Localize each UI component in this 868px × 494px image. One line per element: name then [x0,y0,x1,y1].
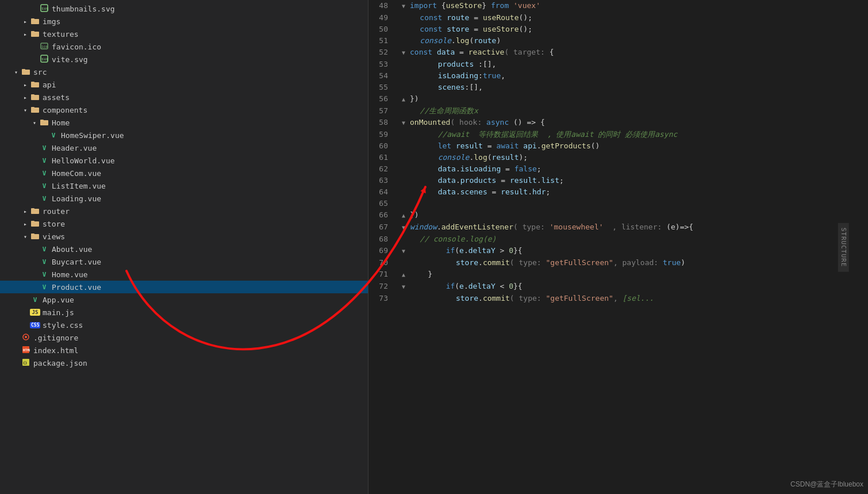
prop-token: data [438,164,456,173]
fold-icon[interactable]: ▲ [402,210,409,221]
tree-arrow[interactable]: ▸ [21,208,30,215]
sidebar-item-assets[interactable]: ▸assets [0,91,368,104]
vue-icon: V [39,258,49,266]
str-token: "getFullScreen" [546,294,613,302]
vue-icon: V [39,157,49,164]
fold-icon[interactable]: ▲ [402,269,409,281]
vue-icon: V [39,170,49,177]
sidebar-item-packagejson[interactable]: {}package.json [0,357,368,369]
sidebar-item-src[interactable]: ▾src [0,66,368,78]
sidebar-item-stylecss[interactable]: CSSstyle.css [0,319,368,331]
line-content: data.isLoading = false; [397,163,868,175]
sidebar-item-header[interactable]: VHeader.vue [0,141,368,154]
sidebar-item-buycart[interactable]: VBuycart.vue [0,255,368,268]
kw-token: await [496,141,519,150]
line-number: 68 [368,233,397,245]
line-number: 67 [368,221,397,233]
sidebar-item-api[interactable]: ▸api [0,78,368,91]
line-number: 56 [368,93,397,105]
folder-icon [30,81,40,89]
line-content: ▼onMounted( hook: async () => { [397,117,868,129]
tree-arrow[interactable]: ▾ [11,69,21,75]
code-line: 58▼onMounted( hook: async () => { [368,117,868,129]
structure-tab: STRUCTURE [838,223,849,271]
sidebar-item-homeswiper[interactable]: VHomeSwiper.vue [0,129,368,141]
tree-arrow[interactable]: ▸ [21,82,30,88]
sidebar-item-imgs[interactable]: ▸imgs [0,15,368,28]
line-number: 65 [368,198,397,209]
sidebar-item-gitignore[interactable]: .gitignore [0,331,368,344]
line-content: data.scenes = result.hdr; [397,186,868,198]
str-token: 'vuex' [513,1,540,10]
fn-token: commit [483,294,510,302]
line-number: 53 [368,59,397,70]
code-editor[interactable]: 48▼import {useStore} from 'vuex'49 const… [368,0,868,494]
line-content: ▲ } [397,269,868,281]
line-content: ▼window.addEventListener( type: 'mousewh… [397,221,868,233]
kw-token: true [663,258,681,267]
sidebar-item-homevue[interactable]: VHome.vue [0,268,368,281]
kw-token: true [483,71,501,80]
tree-arrow[interactable]: ▾ [30,120,39,126]
sidebar-item-homecom[interactable]: VHomeCom.vue [0,167,368,179]
vue-icon: V [39,271,49,278]
vue-icon: V [48,132,59,139]
code-line: 65 [368,198,868,209]
sidebar-item-favicon[interactable]: icofavicon.ico [0,40,368,53]
fold-icon[interactable]: ▼ [402,1,409,12]
sidebar-item-about[interactable]: VAbout.vue [0,243,368,255]
sidebar-item-router[interactable]: ▸router [0,205,368,217]
vue-icon: V [39,246,49,253]
fold-icon[interactable]: ▼ [402,117,409,129]
op-token: } [482,1,491,10]
file-explorer[interactable]: svgthumbnails.svg▸imgs▸texturesicofavico… [0,0,368,494]
sidebar-item-views[interactable]: ▾views [0,230,368,243]
file-label: package.json [33,359,368,367]
sidebar-item-appvue[interactable]: VApp.vue [0,293,368,306]
sidebar-item-mainjs[interactable]: JSmain.js [0,306,368,319]
sidebar-item-textures[interactable]: ▸textures [0,28,368,40]
tree-arrow[interactable]: ▸ [21,94,30,101]
sidebar-item-components[interactable]: ▾components [0,104,368,116]
op-token: { [437,1,446,10]
svg-text:{}: {} [23,361,28,365]
var-token: store [456,258,478,267]
fold-icon[interactable]: ▼ [402,246,409,257]
tree-arrow[interactable]: ▸ [21,31,30,37]
fold-icon[interactable]: ▲ [402,94,409,105]
var-token: result [510,176,537,185]
folder-icon [21,68,31,76]
sidebar-item-product[interactable]: VProduct.vue [0,281,368,293]
fold-icon[interactable]: ▼ [402,47,409,59]
file-label: Home [52,118,368,127]
sidebar-item-thumbnails[interactable]: svgthumbnails.svg [0,2,368,15]
code-line: 50 const store = useStore(); [368,24,868,35]
fold-icon[interactable]: ▼ [402,222,409,233]
line-number: 54 [368,70,397,82]
var-token: api [523,141,536,150]
tree-arrow[interactable]: ▾ [21,233,30,240]
sidebar-item-store[interactable]: ▸store [0,217,368,230]
kw-token: import [410,1,437,10]
file-label: Product.vue [52,283,368,292]
sidebar-item-vite-svg[interactable]: svgvite.svg [0,53,368,66]
svg-text:svg: svg [41,6,48,11]
sidebar-item-listitem[interactable]: VListItem.vue [0,179,368,192]
hint-token: ( hook: [450,118,486,127]
prop-token: scenes [438,83,465,91]
sidebar-item-helloworld[interactable]: VHelloWorld.vue [0,154,368,167]
code-line: 57 //生命周期函数x [368,105,868,117]
tree-arrow[interactable]: ▸ [21,18,30,25]
line-number: 70 [368,257,397,269]
json-icon: {} [21,358,31,368]
tree-arrow[interactable]: ▾ [21,107,30,113]
sidebar-item-loading[interactable]: VLoading.vue [0,192,368,205]
line-content: products :[], [397,59,868,70]
code-line: 60 let result = await api.getProducts() [368,140,868,152]
sidebar-item-home-folder[interactable]: ▾Home [0,116,368,129]
tree-arrow[interactable]: ▸ [21,221,30,227]
line-content: store.commit( type: "getFullScreen", [se… [397,293,868,304]
fold-icon[interactable]: ▼ [402,281,409,293]
line-number: 49 [368,12,397,24]
sidebar-item-indexhtml[interactable]: HTMLindex.html [0,344,368,357]
